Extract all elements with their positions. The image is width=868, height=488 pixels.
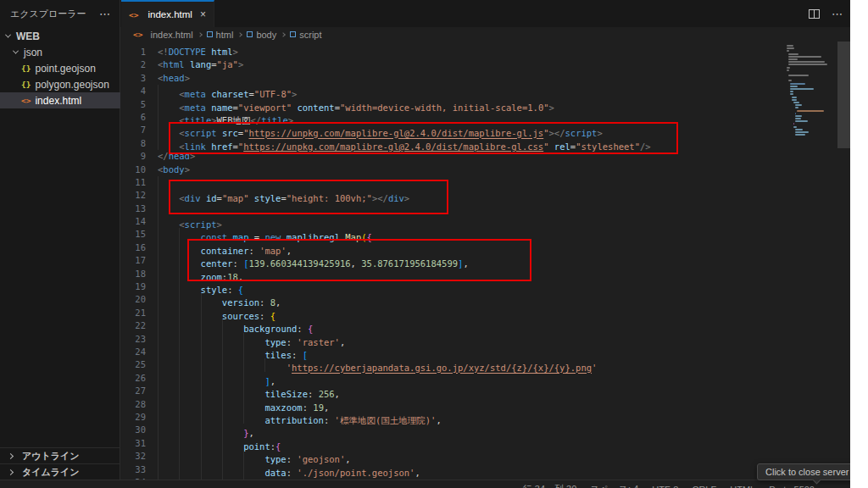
code-line-22[interactable]: 22background: {	[120, 319, 837, 332]
code-line-19[interactable]: 19style: {	[120, 280, 837, 293]
code-line-27[interactable]: 27tileSize: 256,	[120, 385, 837, 397]
minimap[interactable]	[787, 45, 831, 136]
code-text: 'https://cyberjapandata.gsi.go.jp/xyz/st…	[158, 358, 597, 371]
code-text: maxzoom: 19,	[158, 398, 329, 411]
breadcrumb-script[interactable]: script	[290, 30, 321, 40]
line-number: 1	[120, 46, 158, 58]
code-text: <body>	[158, 164, 190, 176]
file-item-WEB[interactable]: WEB	[0, 28, 120, 44]
explorer-more-icon[interactable]: ⋯	[99, 8, 111, 20]
editor-more-icon[interactable]: ⋯	[832, 8, 843, 20]
code-text: <meta name="viewport" content="width=dev…	[158, 98, 554, 111]
code-text: tileSize: 256,	[158, 385, 340, 397]
section-タイムライン[interactable]: タイムライン	[0, 463, 120, 480]
code-line-24[interactable]: 24tiles: [	[120, 346, 837, 358]
file-item-index-html[interactable]: <>index.html	[0, 92, 120, 108]
code-line-26[interactable]: 26],	[120, 372, 837, 385]
code-line-33[interactable]: 33data: './json/point.geojson',	[120, 463, 837, 476]
line-number: 7	[120, 124, 158, 136]
chevron-right-icon	[8, 452, 14, 458]
chevron-down-icon	[5, 32, 11, 38]
status-bar: 行 34、列 30スペース: 4UTF-8CRLFHTMLPort : 5500	[0, 480, 850, 488]
html-file-icon: <>	[129, 10, 138, 19]
status-port[interactable]: Port : 5500	[769, 485, 815, 488]
code-line-25[interactable]: 25'https://cyberjapandata.gsi.go.jp/xyz/…	[120, 358, 837, 371]
annotation-box	[169, 122, 678, 154]
code-line-30[interactable]: 30},	[120, 424, 837, 436]
code-line-21[interactable]: 21sources: {	[120, 307, 837, 319]
breadcrumb-body[interactable]: body	[247, 30, 276, 40]
code-line-29[interactable]: 29attribution: '標準地図(国土地理院)',	[120, 411, 837, 424]
file-label: polygon.geojson	[35, 79, 108, 91]
line-number: 2	[120, 58, 158, 71]
breadcrumb: <>index.htmlhtmlbodyscript	[120, 27, 850, 42]
file-item-polygon-geojson[interactable]: {}polygon.geojson	[0, 76, 120, 92]
code-line-20[interactable]: 20version: 8,	[120, 293, 837, 306]
explorer-sidebar: エクスプローラー ⋯ WEBjson{}point.geojson{}polyg…	[0, 0, 120, 480]
code-text: attribution: '標準地図(国土地理院)',	[158, 411, 442, 424]
code-line-14[interactable]: 14<script>	[120, 215, 837, 228]
explorer-title: エクスプローラー	[10, 8, 86, 20]
breadcrumb-separator-icon	[281, 32, 286, 37]
file-tree: WEBjson{}point.geojson{}polygon.geojson<…	[0, 28, 120, 108]
line-number: 19	[120, 280, 158, 293]
code-line-28[interactable]: 28maxzoom: 19,	[120, 398, 837, 411]
breadcrumb-index.html[interactable]: <>index.html	[133, 30, 193, 40]
status--34-30[interactable]: 行 34、列 30	[523, 483, 577, 488]
file-item-json[interactable]: json	[0, 44, 120, 60]
code-text: style: {	[158, 280, 243, 293]
tab-label: index.html	[147, 9, 192, 19]
code-text: },	[158, 424, 254, 436]
code-text: point:{	[158, 437, 281, 450]
tab-index-html[interactable]: <> index.html ×	[121, 0, 214, 27]
breadcrumb-separator-icon	[238, 32, 243, 37]
code-line-4[interactable]: 4<meta charset="UTF-8">	[120, 85, 837, 97]
code-line-32[interactable]: 32type: 'geojson',	[120, 450, 837, 463]
code-line-23[interactable]: 23type: 'raster',	[120, 333, 837, 346]
json-file-icon: {}	[21, 64, 31, 73]
line-number: 4	[120, 85, 158, 97]
code-text: data: './json/point.geojson',	[158, 463, 420, 476]
vscode-window: エクスプローラー ⋯ WEBjson{}point.geojson{}polyg…	[0, 0, 850, 488]
code-text: <head>	[158, 72, 190, 85]
split-editor-icon[interactable]	[809, 9, 820, 19]
breadcrumb-separator-icon	[198, 32, 203, 37]
code-line-1[interactable]: 1<!DOCTYPE html>	[120, 46, 837, 58]
code-line-10[interactable]: 10<body>	[120, 164, 837, 176]
tab-bar: <> index.html × ⋯	[120, 0, 850, 27]
line-number: 23	[120, 333, 158, 346]
line-number: 25	[120, 358, 158, 371]
line-number: 30	[120, 424, 158, 436]
file-label: WEB	[16, 30, 40, 42]
line-number: 21	[120, 307, 158, 319]
status--4[interactable]: スペース: 4	[590, 483, 638, 488]
status-CRLF[interactable]: CRLF	[692, 485, 716, 488]
line-number: 31	[120, 437, 158, 450]
annotation-box	[169, 180, 448, 214]
file-item-point-geojson[interactable]: {}point.geojson	[0, 60, 120, 76]
line-number: 28	[120, 398, 158, 411]
line-number: 18	[120, 268, 158, 280]
line-number: 12	[120, 189, 158, 202]
json-file-icon: {}	[21, 80, 31, 89]
scrollbar-thumb[interactable]	[837, 42, 850, 148]
code-line-5[interactable]: 5<meta name="viewport" content="width=de…	[120, 98, 837, 111]
section-アウトライン[interactable]: アウトライン	[0, 447, 120, 463]
code-text: type: 'geojson',	[158, 450, 351, 463]
symbol-cube-icon	[247, 31, 253, 37]
symbol-cube-icon	[207, 31, 213, 37]
chevron-down-icon	[13, 48, 19, 54]
code-line-31[interactable]: 31point:{	[120, 437, 837, 450]
code-line-2[interactable]: 2<html lang="ja">	[120, 58, 837, 71]
status-UTF-8[interactable]: UTF-8	[652, 485, 678, 488]
code-text: background: {	[158, 319, 313, 332]
status-HTML[interactable]: HTML	[730, 485, 755, 488]
line-number: 8	[120, 137, 158, 150]
line-number: 22	[120, 319, 158, 332]
code-text: sources: {	[158, 307, 275, 319]
code-line-3[interactable]: 3<head>	[120, 72, 837, 85]
sidebar-sections: アウトラインタイムライン	[0, 447, 120, 480]
tab-close-icon[interactable]: ×	[200, 8, 206, 20]
breadcrumb-html[interactable]: html	[207, 30, 234, 40]
chevron-right-icon	[8, 469, 14, 474]
